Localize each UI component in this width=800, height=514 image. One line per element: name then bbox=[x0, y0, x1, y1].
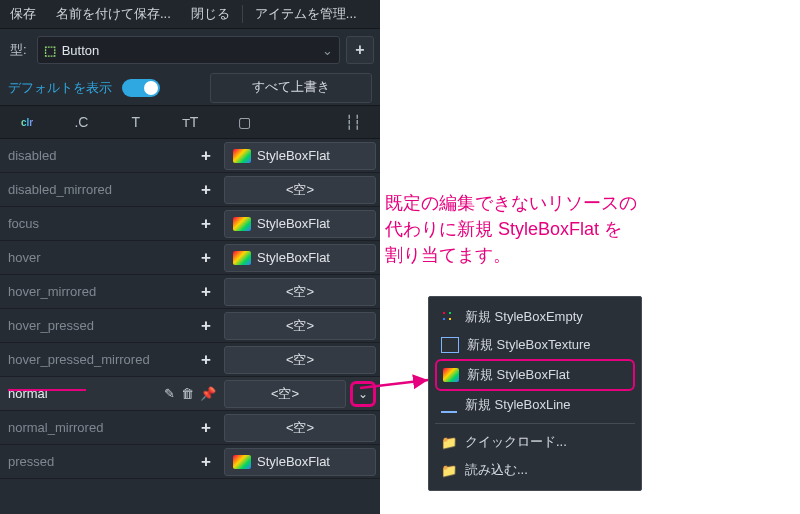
empty-slot[interactable]: <空> bbox=[224, 414, 376, 442]
empty-slot[interactable]: <空> bbox=[224, 380, 346, 408]
value-slot[interactable]: StyleBoxFlat bbox=[224, 448, 376, 476]
property-name: normal_mirrored bbox=[8, 420, 192, 435]
value-slot[interactable]: StyleBoxFlat bbox=[224, 142, 376, 170]
stylebox-icon bbox=[233, 217, 251, 231]
override-add-button[interactable]: + bbox=[196, 248, 216, 268]
edit-icon[interactable]: ✎ bbox=[164, 386, 175, 401]
override-add-button[interactable]: + bbox=[196, 282, 216, 302]
override-add-button[interactable]: + bbox=[196, 214, 216, 234]
property-name: disabled_mirrored bbox=[8, 182, 192, 197]
annotation-arrow bbox=[358, 378, 438, 398]
stylebox-label: StyleBoxFlat bbox=[257, 454, 330, 469]
popup-item-icon bbox=[443, 368, 459, 382]
add-type-button[interactable]: + bbox=[346, 36, 374, 64]
property-row-disabled[interactable]: disabled+StyleBoxFlat bbox=[0, 139, 380, 173]
popup-item-label: 新規 StyleBoxLine bbox=[465, 396, 571, 414]
value-slot[interactable]: <空> bbox=[224, 414, 376, 442]
value-slot[interactable]: <空>⌄ bbox=[224, 380, 376, 408]
svg-line-0 bbox=[360, 380, 428, 388]
value-slot[interactable]: StyleBoxFlat bbox=[224, 210, 376, 238]
chevron-down-icon: ⌄ bbox=[322, 43, 333, 58]
popup-quickload[interactable]: 📁クイックロード... bbox=[435, 428, 635, 456]
property-row-hover_mirrored[interactable]: hover_mirrored+<空> bbox=[0, 275, 380, 309]
popup-item-icon bbox=[441, 337, 459, 353]
popup-load[interactable]: 📁読み込む... bbox=[435, 456, 635, 484]
popup-item[interactable]: 新規 StyleBoxEmpty bbox=[435, 303, 635, 331]
property-name: disabled bbox=[8, 148, 192, 163]
stylebox-icon bbox=[233, 455, 251, 469]
defaults-toggle[interactable] bbox=[122, 79, 160, 97]
misc-tab-icon[interactable]: ┆┆ bbox=[341, 114, 365, 130]
pin-icon[interactable]: 📌 bbox=[200, 386, 216, 401]
annotation-line: 既定の編集できないリソースの bbox=[385, 190, 775, 216]
popup-item-icon bbox=[441, 397, 457, 413]
type-label: 型: bbox=[10, 41, 27, 59]
fontsize-tab-icon[interactable]: ᴛT bbox=[178, 114, 202, 130]
property-name: hover_pressed bbox=[8, 318, 192, 333]
empty-slot[interactable]: <空> bbox=[224, 278, 376, 306]
defaults-row: デフォルトを表示 すべて上書き bbox=[0, 71, 380, 105]
value-slot[interactable]: StyleBoxFlat bbox=[224, 244, 376, 272]
property-name: hover_pressed_mirrored bbox=[8, 352, 192, 367]
stylebox-icon bbox=[233, 251, 251, 265]
annotation-line: 代わりに新規 StyleBoxFlat を bbox=[385, 216, 775, 242]
empty-slot[interactable]: <空> bbox=[224, 176, 376, 204]
value-slot[interactable]: <空> bbox=[224, 312, 376, 340]
constants-tab-icon[interactable]: .C bbox=[69, 114, 93, 130]
property-row-hover_pressed_mirrored[interactable]: hover_pressed_mirrored+<空> bbox=[0, 343, 380, 377]
property-name: pressed bbox=[8, 454, 192, 469]
type-value: Button bbox=[62, 43, 100, 58]
override-add-button[interactable]: + bbox=[196, 418, 216, 438]
popup-sep bbox=[435, 423, 635, 424]
annotation-text: 既定の編集できないリソースの 代わりに新規 StyleBoxFlat を 割り当… bbox=[385, 190, 775, 268]
folder-icon: 📁 bbox=[441, 435, 457, 450]
value-slot[interactable]: <空> bbox=[224, 176, 376, 204]
override-add-button[interactable]: + bbox=[196, 452, 216, 472]
popup-item-label: 新規 StyleBoxFlat bbox=[467, 366, 570, 384]
type-row: 型: ⬚ Button ⌄ + bbox=[0, 29, 380, 71]
save-as-button[interactable]: 名前を付けて保存... bbox=[46, 0, 181, 28]
popup-item[interactable]: 新規 StyleBoxLine bbox=[435, 391, 635, 419]
empty-slot[interactable]: <空> bbox=[224, 346, 376, 374]
property-row-hover[interactable]: hover+StyleBoxFlat bbox=[0, 241, 380, 275]
stylebox-icon bbox=[233, 149, 251, 163]
property-name: hover bbox=[8, 250, 192, 265]
empty-slot[interactable]: <空> bbox=[224, 312, 376, 340]
stylebox-label: StyleBoxFlat bbox=[257, 216, 330, 231]
close-button[interactable]: 閉じる bbox=[181, 0, 240, 28]
property-name: focus bbox=[8, 216, 192, 231]
fonts-tab-icon[interactable]: T bbox=[124, 114, 148, 130]
popup-item[interactable]: 新規 StyleBoxTexture bbox=[435, 331, 635, 359]
delete-icon[interactable]: 🗑 bbox=[181, 386, 194, 401]
override-add-button[interactable]: + bbox=[196, 146, 216, 166]
property-row-pressed[interactable]: pressed+StyleBoxFlat bbox=[0, 445, 380, 479]
theme-editor-panel: 保存 名前を付けて保存... 閉じる アイテムを管理... 型: ⬚ Butto… bbox=[0, 0, 380, 514]
category-icons-row: clr .C T ᴛT ▢ ┆┆ bbox=[0, 105, 380, 139]
override-add-button[interactable]: + bbox=[196, 180, 216, 200]
value-slot[interactable]: <空> bbox=[224, 346, 376, 374]
property-row-focus[interactable]: focus+StyleBoxFlat bbox=[0, 207, 380, 241]
new-stylebox-popup: 新規 StyleBoxEmpty新規 StyleBoxTexture新規 Sty… bbox=[428, 296, 642, 491]
popup-item[interactable]: 新規 StyleBoxFlat bbox=[435, 359, 635, 391]
type-select[interactable]: ⬚ Button ⌄ bbox=[37, 36, 340, 64]
property-row-disabled_mirrored[interactable]: disabled_mirrored+<空> bbox=[0, 173, 380, 207]
override-add-button[interactable]: + bbox=[196, 316, 216, 336]
property-row-hover_pressed[interactable]: hover_pressed+<空> bbox=[0, 309, 380, 343]
icons-tab-icon[interactable]: ▢ bbox=[232, 114, 256, 130]
value-slot[interactable]: <空> bbox=[224, 278, 376, 306]
active-underline bbox=[8, 389, 86, 391]
separator bbox=[242, 5, 243, 23]
popup-item-label: 新規 StyleBoxTexture bbox=[467, 336, 591, 354]
override-add-button[interactable]: + bbox=[196, 350, 216, 370]
property-list: disabled+StyleBoxFlatdisabled_mirrored+<… bbox=[0, 139, 380, 514]
stylebox-label: StyleBoxFlat bbox=[257, 148, 330, 163]
stylebox-label: StyleBoxFlat bbox=[257, 250, 330, 265]
show-defaults-link[interactable]: デフォルトを表示 bbox=[8, 79, 112, 97]
manage-items-button[interactable]: アイテムを管理... bbox=[245, 0, 367, 28]
node-icon: ⬚ bbox=[44, 43, 56, 58]
property-row-normal_mirrored[interactable]: normal_mirrored+<空> bbox=[0, 411, 380, 445]
colors-tab-icon[interactable]: clr bbox=[15, 117, 39, 128]
property-row-normal[interactable]: normal✎🗑📌<空>⌄ bbox=[0, 377, 380, 411]
save-button[interactable]: 保存 bbox=[0, 0, 46, 28]
override-all-button[interactable]: すべて上書き bbox=[210, 73, 372, 103]
